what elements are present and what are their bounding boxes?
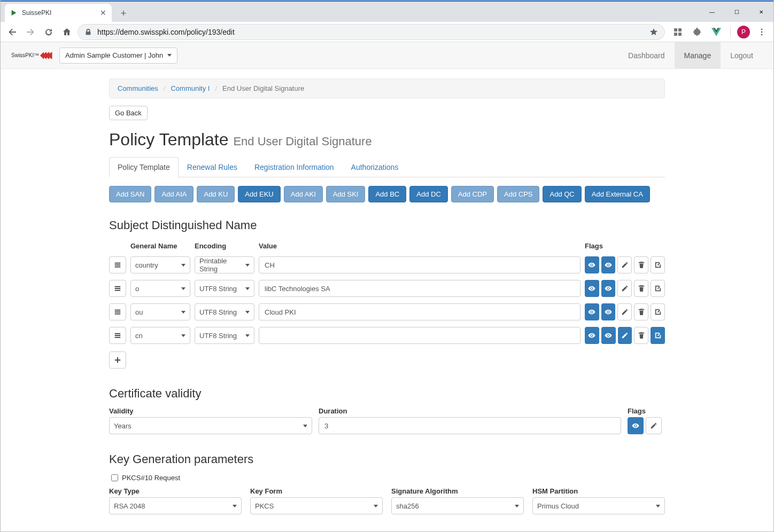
breadcrumb-community[interactable]: Community I — [171, 84, 210, 92]
validity-flag-pencil-button[interactable] — [646, 417, 662, 434]
sdn-header-value: Value — [259, 242, 580, 250]
caret-down-icon — [656, 505, 660, 507]
sdn-encoding-select[interactable]: UTF8 String — [195, 327, 254, 344]
window-close-button[interactable]: ✕ — [749, 4, 773, 20]
extension-grid-icon[interactable] — [670, 25, 685, 40]
sdn-flag-pencil-button[interactable] — [617, 256, 632, 273]
new-tab-button[interactable]: + — [116, 6, 131, 21]
browser-titlebar: SuissePKI ✕ + — ☐ ✕ — [1, 1, 773, 22]
tab-close-icon[interactable]: ✕ — [100, 9, 106, 17]
pkcs10-checkbox[interactable] — [111, 474, 118, 481]
pkcs10-checkbox-line[interactable]: PKCS#10 Request — [109, 473, 665, 483]
add-ku-button[interactable]: Add KU — [197, 186, 235, 202]
nav-forward-button[interactable] — [23, 25, 38, 40]
sdn-header-flags: Flags — [585, 242, 665, 250]
extension-puzzle-icon[interactable] — [690, 25, 705, 40]
window-minimize-button[interactable]: — — [700, 4, 724, 20]
nav-reload-button[interactable] — [41, 25, 56, 40]
nav-logout[interactable]: Logout — [721, 42, 763, 68]
add-ski-button[interactable]: Add SKI — [326, 186, 366, 202]
sdn-name-select[interactable]: cn — [130, 327, 190, 344]
window-maximize-button[interactable]: ☐ — [724, 4, 749, 20]
sdn-flag-eye-button[interactable] — [601, 303, 616, 320]
add-aia-button[interactable]: Add AIA — [154, 186, 194, 202]
sdn-encoding-select[interactable]: UTF8 String — [195, 280, 254, 297]
caret-down-icon — [515, 505, 519, 507]
nav-dashboard[interactable]: Dashboard — [618, 42, 675, 68]
tab-policy-template[interactable]: Policy Template — [109, 157, 179, 177]
sdn-flag-edit-button[interactable] — [651, 303, 665, 320]
nav-manage[interactable]: Manage — [675, 42, 721, 68]
sdn-name-select[interactable]: ou — [130, 303, 190, 320]
sdn-value-input[interactable] — [259, 327, 580, 344]
sdn-encoding-select[interactable]: UTF8 String — [195, 303, 254, 320]
sdn-flag-eye-button[interactable] — [601, 327, 616, 344]
key-type-select[interactable]: RSA 2048 — [109, 497, 242, 514]
sdn-flag-pencil-button[interactable] — [618, 327, 632, 344]
sdn-flag-trash-button[interactable] — [634, 280, 648, 297]
sig-alg-label: Signature Algorithm — [391, 487, 524, 495]
sdn-flag-eye-button[interactable] — [585, 280, 599, 297]
extension-vue-icon[interactable] — [709, 25, 724, 40]
validity-select[interactable]: Years — [109, 417, 312, 434]
sdn-name-select[interactable]: o — [130, 280, 190, 297]
add-eku-button[interactable]: Add EKU — [238, 186, 280, 202]
add-cps-button[interactable]: Add CPS — [497, 186, 539, 202]
sdn-drag-handle[interactable] — [109, 280, 126, 297]
sdn-flag-eye-button[interactable] — [585, 256, 599, 273]
add-aki-button[interactable]: Add AKI — [284, 186, 323, 202]
add-external-ca-button[interactable]: Add External CA — [585, 186, 650, 202]
sdn-drag-handle[interactable] — [109, 303, 126, 320]
go-back-button[interactable]: Go Back — [109, 106, 148, 120]
add-bc-button[interactable]: Add BC — [368, 186, 406, 202]
add-san-button[interactable]: Add SAN — [109, 186, 151, 202]
sdn-flag-eye-button[interactable] — [585, 303, 599, 320]
tab-registration-info[interactable]: Registration Information — [246, 157, 343, 177]
sdn-flag-eye-button[interactable] — [585, 327, 599, 344]
url-input[interactable] — [96, 27, 645, 37]
sdn-flag-edit-button[interactable] — [651, 256, 665, 273]
hsm-select[interactable]: Primus Cloud — [532, 497, 665, 514]
sdn-flag-eye-button[interactable] — [601, 256, 616, 273]
sdn-add-row-button[interactable] — [109, 351, 126, 369]
sig-alg-select[interactable]: sha256 — [391, 497, 524, 514]
trash-icon — [638, 261, 645, 269]
browser-tab[interactable]: SuissePKI ✕ — [5, 4, 112, 22]
eye-icon — [588, 261, 595, 269]
sdn-flag-trash-button[interactable] — [634, 327, 648, 344]
browser-menu-button[interactable] — [754, 25, 769, 40]
tab-authorizations[interactable]: Authorizations — [343, 157, 407, 177]
sdn-flag-pencil-button[interactable] — [617, 303, 632, 320]
key-form-select[interactable]: PKCS — [250, 497, 383, 514]
sdn-drag-handle[interactable] — [109, 327, 126, 344]
validity-select-value: Years — [114, 422, 131, 430]
sdn-encoding-select[interactable]: Printable String — [195, 256, 254, 273]
nav-home-button[interactable] — [59, 25, 74, 40]
sdn-encoding-value: UTF8 String — [199, 285, 237, 293]
duration-input[interactable] — [319, 417, 621, 434]
tab-renewal-rules[interactable]: Renewal Rules — [179, 157, 246, 177]
breadcrumb-communities[interactable]: Communities — [118, 84, 158, 92]
sdn-drag-handle[interactable] — [109, 256, 126, 273]
star-icon[interactable] — [649, 28, 658, 36]
sdn-flag-eye-button[interactable] — [601, 280, 616, 297]
sdn-value-input[interactable] — [259, 303, 580, 320]
sdn-flag-trash-button[interactable] — [634, 303, 648, 320]
sdn-flag-pencil-button[interactable] — [617, 280, 632, 297]
sdn-value-input[interactable] — [259, 280, 580, 297]
address-bar[interactable] — [78, 24, 665, 40]
profile-avatar[interactable]: P — [737, 26, 750, 38]
add-dc-button[interactable]: Add DC — [409, 186, 448, 202]
add-qc-button[interactable]: Add QC — [543, 186, 581, 202]
validity-flag-eye-button[interactable] — [628, 417, 644, 434]
sdn-value-input[interactable] — [259, 256, 580, 273]
sdn-flag-edit-button[interactable] — [651, 280, 665, 297]
nav-back-button[interactable] — [5, 25, 20, 40]
sdn-flag-trash-button[interactable] — [634, 256, 648, 273]
add-cdp-button[interactable]: Add CDP — [451, 186, 494, 202]
sdn-flag-edit-button[interactable] — [651, 327, 665, 344]
sdn-name-select[interactable]: country — [130, 256, 190, 273]
user-dropdown[interactable]: Admin Sample Customer | John — [59, 48, 177, 64]
page-viewport[interactable]: SwissPKI™ Admin Sample Customer | John D… — [1, 42, 773, 531]
caret-down-icon — [245, 311, 250, 314]
